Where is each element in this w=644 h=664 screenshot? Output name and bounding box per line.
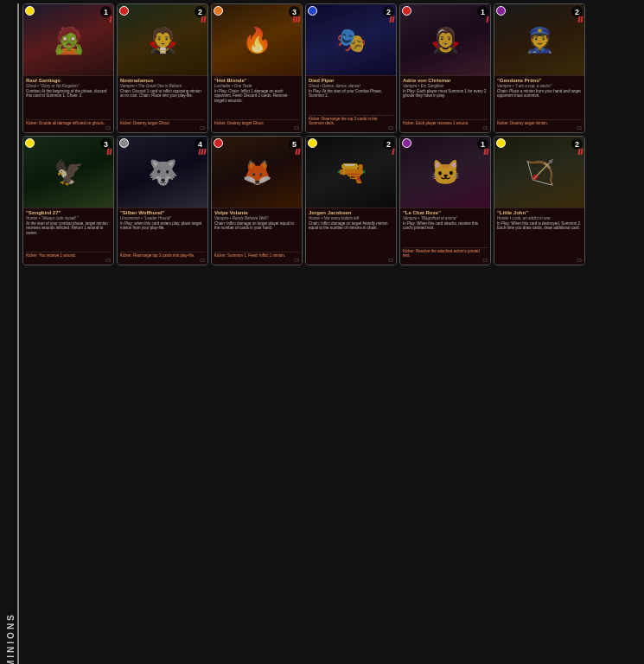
- card-gendame[interactable]: 👮 2 "Gendame Primo" Vampire • "I am a co…: [494, 3, 585, 133]
- songbird-subtitle: Hunter • "Always cute myself.": [26, 216, 111, 220]
- nost-subtitle: Vampire • The Great One is Reborn: [120, 84, 205, 88]
- littlejohn-text: In Play: When this card is destroyed, Su…: [497, 221, 582, 258]
- card-littlejohn[interactable]: 🏹 2 "Little John" Hunter • Look, an addi…: [494, 136, 585, 265]
- gendame-gem: [496, 6, 506, 16]
- lechat-footer: C5: [403, 259, 488, 263]
- jorgen-text: Chain: Inflict damage on target friendly…: [309, 221, 393, 258]
- piper-footer: C5: [309, 126, 393, 131]
- nost-kicker: Kicker: Destroy target Ghoul.: [120, 119, 205, 125]
- piper-subtitle: Ghoul • Dance, dance, dance!: [309, 84, 393, 88]
- piper-kicker: Kicker: Rearrange the top 3 cards in the…: [309, 115, 393, 125]
- piper-gem: [308, 6, 317, 16]
- raul-text: Combat: At the beginning of the phase, d…: [26, 89, 111, 118]
- hotblonde-subtitle: Luchador • One Taste: [214, 84, 299, 88]
- silber-kicker: Kicker: Rearrange top 3 cards into play-…: [120, 252, 205, 258]
- hotblonde-footer: C5: [214, 126, 299, 131]
- gendame-subtitle: Vampire • "I am a cop, a savior": [497, 84, 582, 88]
- volpe-name: Volpe Volante: [214, 210, 299, 215]
- littlejohn-name: "Little John": [497, 210, 582, 215]
- gendame-kicker: Kicker: Destroy target minion.: [497, 119, 582, 125]
- raul-name: Raul Santiago: [26, 78, 111, 83]
- lechat-gem: [402, 138, 411, 148]
- silber-subtitle: Uncommon • "Leader Hound": [120, 216, 205, 220]
- card-raul-santiago[interactable]: 🧟 1 Raul Santiago Ghoul • "Glory or No K…: [22, 3, 114, 133]
- card-songbird[interactable]: 🦅 3 "Songbird 27" Hunter • "Always cute …: [22, 136, 114, 265]
- lechat-name: "Le Chat Rose": [403, 210, 488, 215]
- card-volpe[interactable]: 🦊 5 Volpe Volante Vampire • Rarely Behav…: [211, 136, 303, 265]
- jorgen-subtitle: Hunter • Not many bullets left: [309, 216, 393, 220]
- silber-name: "Silber Wolfhund": [120, 210, 205, 215]
- piper-text: In Play: At the start of your Combat Pha…: [309, 89, 393, 114]
- card-nostradamus[interactable]: 🧛 2 Nostradamus Vampire • The Great One …: [117, 3, 208, 133]
- card-adrie[interactable]: 🧛‍♀️ 1 Adrie von Chrismar Vampire • Ein …: [399, 3, 491, 133]
- piper-name: Died Piper: [309, 78, 393, 83]
- nost-footer: C5: [120, 126, 205, 131]
- songbird-footer: C5: [26, 259, 111, 263]
- nost-gem: [119, 6, 129, 16]
- minions-section: MINIONS 🧟 1 Raul Santiago: [3, 3, 641, 664]
- silber-text: In Play: when this card enters play, pla…: [120, 221, 205, 251]
- hotblonde-name: "Hot Blonde": [214, 78, 299, 83]
- adrie-subtitle: Vampire • Ein Sangfleür: [403, 84, 488, 88]
- card-lechat[interactable]: 🐱 1 "Le Chat Rose" Vampire • "Magnificat…: [399, 136, 491, 265]
- gendame-footer: C5: [497, 126, 582, 131]
- minions-rows: 🧟 1 Raul Santiago Ghoul • "Glory or No K…: [22, 3, 641, 664]
- raul-kicker: Kicker: Double all damage inflicted on g…: [26, 119, 111, 125]
- lechat-text: In Play: When this card attacks, receive…: [403, 221, 488, 246]
- adrie-footer: C5: [403, 126, 488, 131]
- volpe-text: Chain: Inflict damage on target player e…: [214, 221, 299, 251]
- littlejohn-subtitle: Hunter • Look, an addict in one.: [497, 216, 582, 220]
- adrie-kicker: Kicker: Each player receives 1 wound.: [403, 119, 488, 125]
- littlejohn-gem: [496, 138, 506, 148]
- gendame-text: Chain: Place a minion from your hand and…: [497, 89, 582, 118]
- raul-gem: [25, 6, 35, 16]
- littlejohn-footer: C5: [497, 259, 582, 263]
- card-hot-blonde[interactable]: 🔥 3 "Hot Blonde" Luchador • One Taste In…: [211, 3, 303, 133]
- adrie-gem: [402, 6, 411, 16]
- hotblonde-text: In Play: Chain: Inflict 1 damage on each…: [214, 89, 299, 118]
- volpe-subtitle: Vampire • Rarely Behave Well?: [214, 216, 299, 220]
- lechat-kicker: Kicker: Resolve the attached action's pr…: [403, 247, 488, 258]
- silber-footer: C5: [120, 259, 205, 263]
- adrie-text: In Play: Each player must Summon 1 for e…: [403, 89, 488, 118]
- gendame-name: "Gendame Primo": [497, 78, 582, 83]
- volpe-footer: C5: [214, 259, 299, 263]
- nost-name: Nostradamus: [120, 78, 205, 83]
- silber-gem: [119, 138, 129, 148]
- songbird-kicker: Kicker: You receive 1 wound.: [26, 252, 111, 258]
- jorgen-gem: [308, 138, 317, 148]
- adrie-name: Adrie von Chrismar: [403, 78, 488, 83]
- raul-footer: C5: [26, 126, 111, 131]
- minions-row-2: 🦅 3 "Songbird 27" Hunter • "Always cute …: [22, 136, 641, 265]
- songbird-gem: [25, 138, 35, 148]
- minions-label: MINIONS: [6, 3, 19, 664]
- songbird-text: At the start of your combat phase, targe…: [26, 221, 111, 251]
- songbird-name: "Songbird 27": [26, 210, 111, 215]
- lechat-subtitle: Vampire • "Magnificat et anima": [403, 216, 488, 220]
- hotblonde-gem: [214, 6, 223, 16]
- minions-row-1: 🧟 1 Raul Santiago Ghoul • "Glory or No K…: [22, 3, 641, 133]
- card-died-piper[interactable]: 🎭 2 Died Piper Ghoul • Dance, dance, dan…: [305, 3, 397, 133]
- raul-subtitle: Ghoul • "Glory or No Kingdom": [26, 84, 111, 88]
- jorgen-name: Jorgen Jacobsen: [309, 210, 393, 215]
- card-silber[interactable]: 🐺 4 "Silber Wolfhund" Uncommon • "Leader…: [117, 136, 208, 265]
- card-jorgen[interactable]: 🔫 2 Jorgen Jacobsen Hunter • Not many bu…: [305, 136, 397, 265]
- volpe-gem: [214, 138, 223, 148]
- minions-label-container: MINIONS: [3, 3, 21, 664]
- nost-text: Chain: Discard 1 card to inflict opposin…: [120, 89, 205, 118]
- hotblonde-kicker: Kicker: Destroy target Ghoul.: [214, 119, 299, 125]
- jorgen-footer: C5: [309, 259, 393, 263]
- volpe-kicker: Kicker: Summon 1. Feed: Inflict 1 minion…: [214, 252, 299, 258]
